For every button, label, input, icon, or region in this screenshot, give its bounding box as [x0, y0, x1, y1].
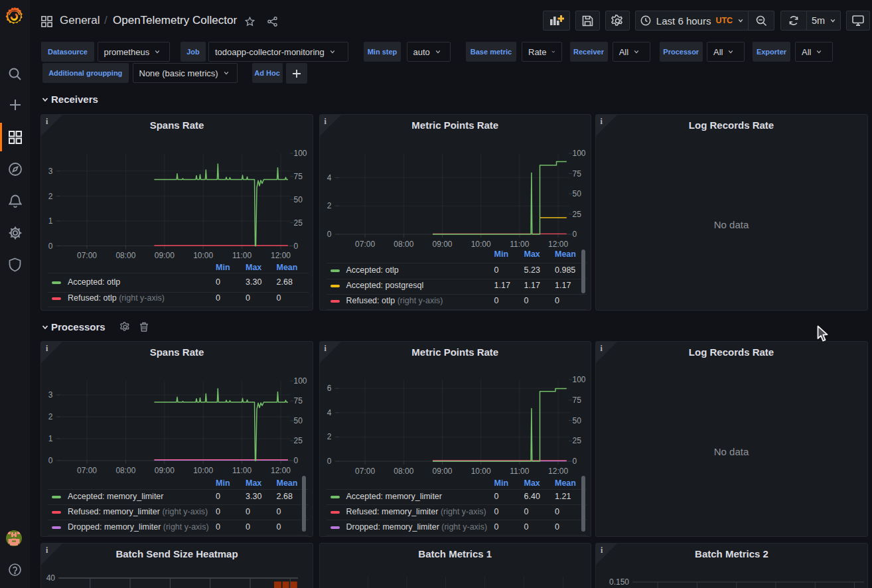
svg-text:07:00: 07:00 [355, 240, 375, 249]
svg-text:75: 75 [572, 396, 581, 405]
svg-text:25: 25 [294, 218, 303, 228]
svg-text:0: 0 [294, 456, 299, 465]
svg-text:2: 2 [48, 412, 53, 421]
svg-text:25: 25 [294, 436, 303, 445]
svg-text:1: 1 [48, 434, 53, 443]
svg-text:07:00: 07:00 [77, 466, 97, 475]
svg-text:0: 0 [327, 457, 331, 466]
svg-text:50: 50 [294, 195, 303, 204]
svg-text:50: 50 [572, 189, 581, 198]
svg-text:10:00: 10:00 [471, 240, 490, 249]
svg-text:08:00: 08:00 [394, 240, 413, 249]
svg-text:4: 4 [327, 408, 331, 417]
svg-text:2: 2 [327, 432, 331, 441]
svg-text:09:00: 09:00 [155, 466, 175, 475]
svg-text:11:00: 11:00 [232, 251, 252, 260]
svg-text:08:00: 08:00 [115, 466, 135, 475]
svg-text:100: 100 [294, 376, 307, 386]
svg-text:11:00: 11:00 [510, 467, 529, 476]
svg-text:08:00: 08:00 [394, 467, 413, 476]
svg-text:75: 75 [294, 172, 303, 181]
svg-text:10:00: 10:00 [471, 467, 490, 476]
svg-text:0.150: 0.150 [609, 577, 629, 587]
svg-text:10:00: 10:00 [193, 466, 213, 475]
svg-text:10:00: 10:00 [193, 251, 213, 260]
svg-text:0: 0 [572, 230, 577, 239]
svg-text:75: 75 [294, 396, 303, 405]
svg-text:100: 100 [294, 149, 307, 158]
svg-text:12:00: 12:00 [548, 240, 568, 249]
svg-text:3: 3 [48, 167, 53, 176]
svg-text:09:00: 09:00 [155, 251, 175, 260]
svg-text:12:00: 12:00 [271, 251, 291, 260]
svg-text:50: 50 [572, 416, 581, 425]
svg-text:6: 6 [327, 384, 331, 393]
svg-text:11:00: 11:00 [232, 466, 252, 475]
svg-text:3: 3 [48, 390, 53, 400]
svg-text:09:00: 09:00 [432, 240, 452, 249]
svg-text:09:00: 09:00 [432, 467, 452, 476]
svg-text:50: 50 [294, 416, 303, 425]
svg-text:1: 1 [48, 216, 53, 226]
svg-text:07:00: 07:00 [77, 251, 97, 260]
svg-text:08:00: 08:00 [115, 251, 135, 260]
svg-text:2: 2 [48, 192, 53, 201]
svg-text:07:00: 07:00 [355, 467, 375, 476]
svg-text:100: 100 [572, 149, 585, 158]
svg-text:0: 0 [48, 242, 53, 251]
svg-text:2: 2 [327, 201, 331, 210]
svg-text:100: 100 [572, 375, 585, 384]
svg-text:25: 25 [572, 436, 581, 445]
svg-text:75: 75 [572, 169, 581, 179]
svg-text:0: 0 [48, 456, 53, 465]
svg-text:12:00: 12:00 [548, 467, 568, 476]
svg-text:0: 0 [327, 230, 331, 239]
svg-text:0: 0 [572, 457, 577, 466]
svg-text:25: 25 [572, 210, 581, 219]
svg-text:12:00: 12:00 [271, 466, 291, 475]
svg-text:4: 4 [327, 173, 331, 183]
svg-text:40: 40 [46, 573, 56, 583]
svg-text:11:00: 11:00 [510, 240, 529, 249]
svg-text:0: 0 [294, 242, 299, 251]
